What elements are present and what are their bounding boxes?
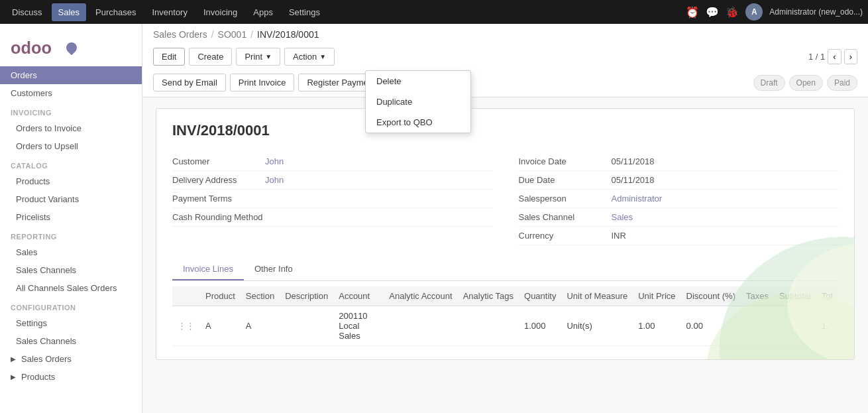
field-currency: Currency INR: [519, 227, 839, 245]
status-draft[interactable]: Draft: [753, 75, 785, 91]
toolbar: Edit Create Print ▼ Action ▼ Delete Dupl…: [153, 44, 857, 71]
edit-button[interactable]: Edit: [153, 48, 185, 66]
salesperson-label: Salesperson: [519, 194, 612, 204]
col-description: Description: [280, 286, 333, 306]
row-subtotal[interactable]: [774, 306, 816, 346]
delivery-address-label: Delivery Address: [172, 175, 265, 185]
tab-invoice-lines[interactable]: Invoice Lines: [172, 259, 244, 280]
status-paid[interactable]: Paid: [827, 75, 857, 91]
action-dropdown-menu: Delete Duplicate Export to QBO: [365, 70, 471, 133]
sidebar-item-orders[interactable]: Orders: [0, 66, 142, 84]
invoice-date-value: 05/11/2018: [612, 156, 655, 166]
clock-icon[interactable]: ⏰: [686, 6, 699, 19]
row-quantity[interactable]: 1.000: [519, 306, 561, 346]
pagination-next[interactable]: ›: [844, 49, 857, 64]
user-label: Administrator (new_odo...): [769, 7, 863, 17]
nav-apps[interactable]: Apps: [246, 3, 280, 21]
action-delete[interactable]: Delete: [366, 71, 470, 91]
user-avatar[interactable]: A: [745, 3, 763, 21]
sidebar-item-sales-channels-reporting[interactable]: Sales Channels: [0, 261, 142, 279]
print-invoice-button[interactable]: Print Invoice: [230, 74, 295, 91]
customer-value[interactable]: John: [265, 156, 284, 166]
salesperson-value[interactable]: Administrator: [612, 194, 663, 204]
section-reporting: Reporting: [0, 226, 142, 243]
sidebar-item-config-sales-channels[interactable]: Sales Channels: [0, 332, 142, 350]
status-open[interactable]: Open: [789, 75, 823, 91]
invoice-date-label: Invoice Date: [519, 156, 612, 166]
sidebar-item-products[interactable]: Products: [0, 172, 142, 190]
sidebar-item-customers[interactable]: Customers: [0, 84, 142, 102]
bug-icon[interactable]: 🐞: [726, 6, 739, 19]
invoice-tabs: Invoice Lines Other Info: [172, 259, 838, 281]
invoice-content: INV/2018/0001 Customer John Delivery Add…: [142, 97, 868, 413]
sidebar-item-config-settings[interactable]: Settings: [0, 314, 142, 332]
nav-settings[interactable]: Settings: [282, 3, 327, 21]
send-by-email-button[interactable]: Send by Email: [153, 74, 226, 91]
col-account: Account: [333, 286, 384, 306]
row-unit-of-measure[interactable]: Unit(s): [561, 306, 633, 346]
pagination-prev[interactable]: ‹: [828, 49, 841, 64]
breadcrumb: Sales Orders / SO001 / INV/2018/0001: [153, 29, 857, 40]
nav-invoicing[interactable]: Invoicing: [197, 3, 244, 21]
main-layout: odoo Orders Customers Invoicing Orders t…: [0, 24, 868, 413]
expand-icon-products: ▶: [11, 373, 16, 381]
currency-label: Currency: [519, 231, 612, 241]
action-duplicate[interactable]: Duplicate: [366, 91, 470, 112]
row-drag-handle[interactable]: ⋮⋮: [172, 306, 200, 346]
breadcrumb-so001[interactable]: SO001: [218, 29, 247, 40]
breadcrumb-sales-orders[interactable]: Sales Orders: [153, 29, 207, 40]
delivery-address-value[interactable]: John: [265, 175, 284, 185]
row-account[interactable]: 200110 Local Sales: [333, 306, 384, 346]
breadcrumb-sep-1: /: [211, 29, 214, 40]
payment-terms-label: Payment Terms: [172, 194, 265, 204]
action-export-qbo[interactable]: Export to QBO: [366, 112, 470, 133]
row-section[interactable]: A: [241, 306, 280, 346]
chat-icon[interactable]: 💬: [706, 6, 719, 19]
sidebar-item-orders-to-invoice[interactable]: Orders to Invoice: [0, 119, 142, 137]
sidebar-item-pricelists[interactable]: Pricelists: [0, 208, 142, 226]
row-taxes[interactable]: [741, 306, 774, 346]
sidebar-item-config-products[interactable]: ▶ Products: [0, 368, 142, 386]
sidebar-item-sales-reporting[interactable]: Sales: [0, 243, 142, 261]
nav-sales[interactable]: Sales: [52, 3, 87, 21]
logo-area: odoo: [0, 24, 142, 66]
print-button[interactable]: Print ▼: [236, 48, 280, 66]
row-discount[interactable]: 0.00: [681, 306, 741, 346]
cash-rounding-label: Cash Rounding Method: [172, 212, 265, 222]
nav-inventory[interactable]: Inventory: [145, 3, 193, 21]
field-cash-rounding: Cash Rounding Method: [172, 208, 492, 227]
col-analytic-tags: Analytic Tags: [458, 286, 519, 306]
odoo-drop-indicator: [64, 40, 80, 56]
customer-label: Customer: [172, 156, 265, 166]
create-button[interactable]: Create: [189, 48, 232, 66]
table-header-row: Product Section Description Account Anal…: [172, 286, 838, 306]
customers-label: Customers: [11, 88, 52, 98]
invoice-left-fields: Customer John Delivery Address John Paym…: [172, 152, 492, 245]
col-drag: [172, 286, 200, 306]
invoice-right-fields: Invoice Date 05/11/2018 Due Date 05/11/2…: [519, 152, 839, 245]
row-analytic-tags[interactable]: [458, 306, 519, 346]
col-quantity: Quantity: [519, 286, 561, 306]
row-tot[interactable]: 1.: [816, 306, 838, 346]
row-product[interactable]: A: [200, 306, 241, 346]
content-area: Sales Orders / SO001 / INV/2018/0001 Edi…: [142, 24, 868, 413]
sidebar-item-product-variants[interactable]: Product Variants: [0, 190, 142, 208]
col-subtotal: Subtotal: [774, 286, 816, 306]
nav-purchases[interactable]: Purchases: [89, 3, 142, 21]
row-analytic-account[interactable]: [384, 306, 457, 346]
action-toolbar: Send by Email Print Invoice Register Pay…: [153, 71, 857, 97]
action-button[interactable]: Action ▼: [284, 48, 335, 66]
sidebar-item-all-channels-sales-orders[interactable]: All Channels Sales Orders: [0, 279, 142, 297]
sidebar-item-orders-to-upsell[interactable]: Orders to Upsell: [0, 137, 142, 155]
action-dropdown-arrow: ▼: [319, 53, 326, 60]
sidebar-item-config-sales-orders[interactable]: ▶ Sales Orders: [0, 350, 142, 368]
col-unit-of-measure: Unit of Measure: [561, 286, 633, 306]
section-invoicing: Invoicing: [0, 102, 142, 119]
row-description[interactable]: [280, 306, 333, 346]
section-configuration: Configuration: [0, 297, 142, 314]
row-unit-price[interactable]: 1.00: [633, 306, 680, 346]
nav-discuss[interactable]: Discuss: [5, 3, 49, 21]
sales-channel-value[interactable]: Sales: [612, 212, 633, 222]
tab-other-info[interactable]: Other Info: [244, 259, 303, 280]
pagination-text: 1 / 1: [808, 52, 825, 62]
